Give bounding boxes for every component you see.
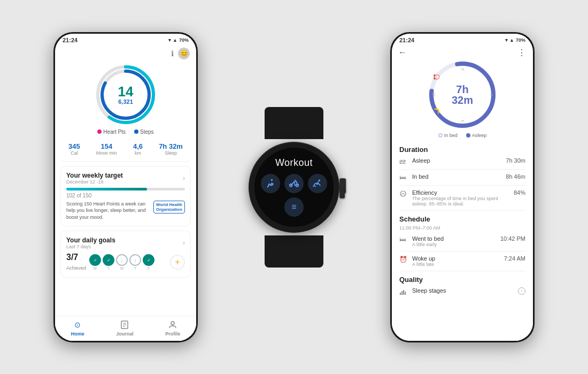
watch-cycling-button[interactable] bbox=[284, 174, 304, 193]
inbed-value: 8h 46m bbox=[506, 173, 525, 180]
signal-icon-2: ▲ bbox=[509, 37, 514, 43]
daily-goals-card[interactable]: Your daily goals Last 7 days › 3/7 Achie… bbox=[60, 231, 191, 278]
svg-rect-23 bbox=[400, 293, 401, 295]
watch-screen: Workout bbox=[254, 148, 334, 227]
status-bar-2: 21:24 ▾ ▲ 70% bbox=[392, 34, 533, 45]
svg-point-13 bbox=[319, 180, 320, 181]
sleep-divider-3 bbox=[399, 210, 525, 211]
asleep-label: Asleep bbox=[412, 157, 430, 164]
sleep-stages-info[interactable]: i bbox=[518, 287, 525, 295]
day-col-m: ✓ M bbox=[89, 254, 101, 270]
in-bed-dot bbox=[438, 133, 443, 138]
progress-bar-fill bbox=[66, 188, 147, 190]
watch-menu-button[interactable]: ≡ bbox=[284, 197, 304, 217]
fit-header: ℹ 😊 bbox=[55, 45, 196, 59]
day-label-th: T bbox=[134, 266, 136, 270]
watch-title: Workout bbox=[275, 157, 313, 169]
watch-running-button[interactable] bbox=[261, 174, 280, 193]
daily-goals-title-block: Your daily goals Last 7 days bbox=[66, 236, 115, 249]
day-circle-t: ✓ bbox=[103, 254, 114, 266]
asleep-row: z̴z̴ Asleep 7h 30m bbox=[392, 155, 533, 168]
phone-1: 21:24 ▾ ▲ 70% ℹ 😊 bbox=[53, 32, 198, 342]
profile-icon bbox=[167, 319, 178, 330]
inbed-left: 🛏 In bed bbox=[399, 173, 506, 181]
watch-case: Workout bbox=[249, 142, 339, 233]
journal-icon bbox=[119, 319, 130, 330]
bottom-nav: ⊙ Home Journal bbox=[55, 316, 196, 341]
duration-title: Duration bbox=[392, 142, 533, 155]
sleep-circle: 12 3 6 9 🌙 ⏰ 7h 32m bbox=[428, 60, 497, 129]
sleep-header: ← ⋮ bbox=[392, 45, 533, 60]
svg-text:12: 12 bbox=[432, 93, 436, 97]
day-circles: ✓ M ✓ T ) W ) T bbox=[89, 254, 167, 270]
heart-pts-label: Heart Pts bbox=[103, 129, 126, 135]
svg-point-9 bbox=[271, 179, 273, 181]
inbed-label: In bed bbox=[412, 173, 429, 180]
nav-home[interactable]: ⊙ Home bbox=[71, 319, 84, 337]
svg-text:⏰: ⏰ bbox=[433, 73, 440, 80]
quality-title: Quality bbox=[392, 272, 533, 285]
efficiency-value: 84% bbox=[514, 189, 525, 196]
svg-point-12 bbox=[295, 180, 296, 181]
steps-dot bbox=[134, 129, 138, 134]
fit-screen: ℹ 😊 bbox=[55, 45, 196, 341]
nav-journal[interactable]: Journal bbox=[116, 319, 134, 337]
woke-up-sublabel: A little late bbox=[412, 262, 435, 267]
activity-circle: 14 6,321 bbox=[94, 63, 158, 127]
inbed-row: 🛏 In bed 8h 46m bbox=[392, 171, 533, 184]
activity-legend: Heart Pts Steps bbox=[97, 129, 153, 135]
heart-pts-dot bbox=[97, 129, 102, 134]
day-circle-m: ✓ bbox=[89, 254, 101, 266]
menu-icon: ≡ bbox=[291, 202, 296, 212]
avatar[interactable]: 😊 bbox=[178, 48, 190, 59]
asleep-left: z̴z̴ Asleep bbox=[399, 157, 506, 165]
day-label-m: M bbox=[94, 266, 97, 270]
move-label: Move min bbox=[96, 150, 117, 156]
day-col-th: ) T bbox=[129, 254, 141, 270]
sleep-stages-row[interactable]: Sleep stages i bbox=[392, 285, 533, 300]
svg-text:🌙: 🌙 bbox=[433, 108, 440, 115]
home-label: Home bbox=[71, 331, 84, 337]
sleep-stages-icon bbox=[399, 288, 408, 297]
weekly-target-card[interactable]: Your weekly target December 12 -19 › 102… bbox=[60, 166, 191, 227]
sleep-divider-4 bbox=[399, 251, 525, 251]
add-goal-button[interactable]: + bbox=[170, 255, 185, 270]
stat-move: 154 Move min bbox=[96, 142, 117, 156]
nav-profile[interactable]: Profile bbox=[165, 319, 180, 337]
status-icons-1: ▾ ▲ 70% bbox=[168, 37, 189, 43]
svg-rect-24 bbox=[401, 291, 403, 295]
strap-bottom bbox=[265, 235, 323, 268]
km-value: 4,6 bbox=[133, 142, 143, 150]
spacer bbox=[55, 280, 196, 315]
svg-rect-26 bbox=[405, 292, 406, 295]
in-bed-legend: In bed bbox=[438, 133, 458, 138]
sleep-stages-left: Sleep stages bbox=[399, 287, 516, 297]
went-to-bed-label: Went to bed bbox=[412, 235, 444, 242]
info-icon[interactable]: ℹ bbox=[171, 49, 174, 58]
achieved-block: 3/7 Achieved bbox=[66, 253, 86, 272]
asleep-dot bbox=[466, 133, 470, 138]
asleep-value: 7h 30m bbox=[506, 157, 525, 164]
weekly-target-title-row: Your weekly target December 12 -19 › bbox=[66, 172, 185, 185]
asleep-legend: Asleep bbox=[466, 133, 487, 138]
sleep-divider-1 bbox=[399, 169, 525, 170]
stats-row: 345 Cal 154 Move min 4,6 km 7h 32m Sleep bbox=[55, 139, 196, 159]
schedule-title: Schedule bbox=[392, 212, 533, 224]
battery-text-2: 70% bbox=[516, 37, 525, 43]
watch-container: Workout bbox=[214, 107, 374, 268]
watch-rowing-button[interactable] bbox=[308, 174, 327, 193]
woke-up-value: 7:24 AM bbox=[504, 255, 525, 262]
strap-top bbox=[265, 107, 323, 139]
back-button[interactable]: ← bbox=[398, 48, 407, 57]
battery-text-1: 70% bbox=[179, 37, 189, 43]
bed-icon: 🛏 bbox=[399, 174, 408, 181]
more-button[interactable]: ⋮ bbox=[517, 48, 527, 58]
efficiency-label-block: Efficiency The percentage of time in bed… bbox=[412, 189, 514, 207]
sleep-duration-display: 7h 32m bbox=[445, 84, 480, 105]
schedule-time-range: 11:00 PM–7:00 AM bbox=[392, 224, 533, 233]
stat-km: 4,6 km bbox=[133, 142, 143, 156]
efficiency-label: Efficiency bbox=[412, 189, 514, 196]
cal-value: 345 bbox=[68, 142, 80, 150]
efficiency-icon bbox=[399, 190, 408, 199]
daily-goals-chevron: › bbox=[183, 239, 185, 247]
